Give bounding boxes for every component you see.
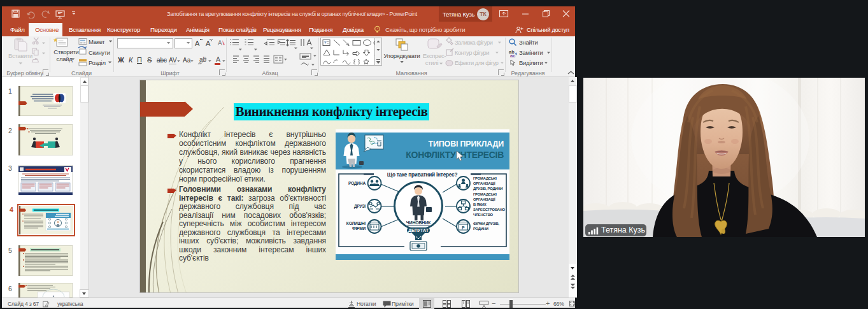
svg-text:ЗАРЕЄСТРОВАНО: ЗАРЕЄСТРОВАНО: [473, 208, 506, 212]
svg-text:РОДИНА: РОДИНА: [348, 181, 366, 186]
svg-text:S: S: [147, 56, 152, 64]
svg-text:Упорядкувати: Упорядкувати: [384, 52, 420, 59]
svg-text:Виділити: Виділити: [519, 59, 543, 66]
svg-text:Aa: Aa: [183, 57, 191, 64]
svg-text:ОРГАНІЗАЦІЇ: ОРГАНІЗАЦІЇ: [473, 182, 495, 185]
svg-text:ac: ac: [510, 53, 515, 59]
svg-text:Розділ: Розділ: [89, 59, 106, 66]
svg-text:Експрес-: Експрес-: [423, 52, 446, 59]
svg-text:КОНФЛІКТУ ІНТЕРЕСІВ: КОНФЛІКТУ ІНТЕРЕСІВ: [406, 150, 504, 160]
svg-text:стилі: стилі: [425, 59, 439, 66]
svg-text:Макет: Макет: [89, 38, 105, 45]
svg-text:слайд: слайд: [57, 55, 73, 62]
svg-text:Створити: Створити: [53, 48, 78, 55]
svg-text:A: A: [218, 40, 222, 47]
svg-text:ТИПОВІ ПРИКЛАДИ: ТИПОВІ ПРИКЛАДИ: [429, 140, 504, 148]
svg-text:ОРГАНІЗАЦІЇ: ОРГАНІЗАЦІЇ: [473, 198, 495, 201]
svg-text:ab: ab: [199, 56, 207, 63]
svg-text:ФІРМИ ДРУЗІВ,: ФІРМИ ДРУЗІВ,: [473, 222, 500, 226]
svg-text:ЧИНОВНИК: ЧИНОВНИК: [406, 220, 431, 225]
svg-text:К: К: [129, 56, 133, 64]
svg-text:Контур фігури: Контур фігури: [455, 50, 489, 56]
svg-text:ГРОМАДСЬКІ: ГРОМАДСЬКІ: [473, 192, 497, 196]
svg-text:Ж: Ж: [117, 56, 124, 64]
svg-text:Р: Р: [462, 226, 465, 230]
svg-text:Замінити: Замінити: [519, 49, 543, 56]
svg-text:Заливка фігури: Заливка фігури: [455, 40, 493, 46]
svg-text:A: A: [195, 40, 200, 47]
svg-text:КОЛИШНІ: КОЛИШНІ: [346, 221, 366, 226]
svg-text:A: A: [206, 40, 211, 47]
svg-text:ДЕПУТАТ: ДЕПУТАТ: [408, 228, 429, 233]
svg-text:ДРУЗІВ, РОДИНИ: ДРУЗІВ, РОДИНИ: [473, 187, 502, 190]
svg-text:ГРОМАДСЬКІ: ГРОМАДСЬКІ: [473, 176, 497, 180]
svg-text:Що таке приватний інтерес?: Що таке приватний інтерес?: [387, 172, 458, 178]
svg-text:Ефекти для фігур: Ефекти для фігур: [455, 60, 499, 66]
svg-text:ФІРМИ: ФІРМИ: [352, 226, 366, 231]
svg-text:ЧЛЕНСТВО: ЧЛЕНСТВО: [473, 213, 494, 217]
svg-text:Знайти: Знайти: [519, 39, 537, 46]
svg-text:A: A: [216, 55, 220, 63]
svg-text:abc: abc: [157, 57, 167, 64]
svg-text:В ЯКИХ: В ЯКИХ: [473, 203, 487, 206]
svg-text:Вставити: Вставити: [8, 52, 32, 59]
svg-text:РОДИНИ: РОДИНИ: [473, 227, 488, 231]
svg-text:Скинути: Скинути: [89, 49, 110, 56]
svg-text:AV: AV: [169, 57, 177, 64]
svg-text:ДРУЗІ: ДРУЗІ: [354, 204, 366, 209]
svg-text:П: П: [137, 56, 142, 64]
